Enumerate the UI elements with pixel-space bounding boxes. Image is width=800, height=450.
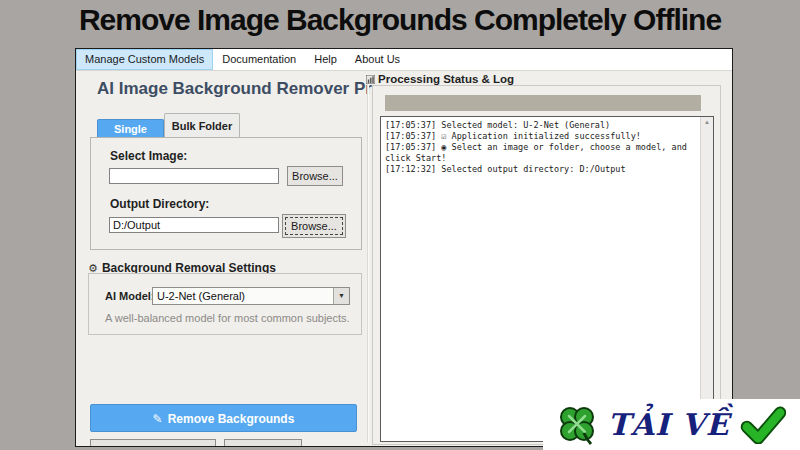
ai-model-selected-value: U-2-Net (General) bbox=[157, 290, 245, 302]
single-image-tab-panel: Select Image: Browse... Output Directory… bbox=[90, 137, 362, 250]
chevron-down-icon[interactable]: ▼ bbox=[333, 288, 349, 304]
log-output-box: [17:05:37] Selected model: U-2-Net (Gene… bbox=[380, 116, 714, 442]
clover-icon bbox=[557, 404, 597, 446]
app-heading: AI Image Background Remover Pro bbox=[97, 79, 382, 99]
menu-item-manage-custom-models[interactable]: Manage Custom Models bbox=[76, 49, 213, 70]
log-text: [17:05:37] Selected model: U-2-Net (Gene… bbox=[381, 117, 697, 441]
model-description: A well-balanced model for most common su… bbox=[105, 312, 350, 324]
remove-backgrounds-button[interactable]: ✎Remove Backgrounds bbox=[90, 404, 357, 432]
progress-bar bbox=[385, 95, 701, 111]
checkmark-icon bbox=[740, 406, 786, 444]
menu-item-about-us[interactable]: About Us bbox=[346, 49, 409, 70]
panel-divider bbox=[367, 77, 369, 442]
page-title: Remove Image Backgrounds Completely Offl… bbox=[0, 3, 800, 37]
remove-backgrounds-label: Remove Backgrounds bbox=[168, 412, 295, 426]
menu-item-documentation[interactable]: Documentation bbox=[213, 49, 305, 70]
chart-icon bbox=[366, 75, 375, 84]
download-banner: TẢI VỀ bbox=[543, 399, 800, 450]
ai-model-label: AI Model: bbox=[105, 290, 155, 302]
app-window: Manage Custom Models Documentation Help … bbox=[75, 48, 733, 447]
browse-image-button[interactable]: Browse... bbox=[287, 166, 343, 186]
browse-output-button[interactable]: Browse... bbox=[282, 214, 346, 238]
download-label[interactable]: TẢI VỀ bbox=[607, 407, 729, 442]
ai-model-dropdown[interactable]: U-2-Net (General) ▼ bbox=[152, 287, 350, 305]
settings-panel: AI Model: U-2-Net (General) ▼ A well-bal… bbox=[88, 273, 362, 335]
select-image-label: Select Image: bbox=[110, 149, 187, 163]
log-panel-title: Processing Status & Log bbox=[378, 73, 514, 85]
clear-log-button[interactable]: Clear Log bbox=[224, 439, 302, 447]
tab-bulk-folder[interactable]: Bulk Folder bbox=[164, 113, 240, 138]
image-path-input[interactable] bbox=[109, 168, 279, 184]
wand-icon: ✎ bbox=[153, 412, 163, 426]
output-directory-input[interactable] bbox=[109, 217, 279, 233]
scroll-up-icon[interactable]: ▲ bbox=[701, 119, 713, 125]
log-scrollbar[interactable]: ▲ bbox=[700, 117, 713, 441]
log-panel: [17:05:37] Selected model: U-2-Net (Gene… bbox=[372, 85, 721, 445]
menu-bar: Manage Custom Models Documentation Help … bbox=[76, 49, 732, 71]
output-directory-label: Output Directory: bbox=[110, 197, 209, 211]
open-output-folder-button[interactable]: Open Output Folder bbox=[90, 439, 216, 447]
tab-single-image[interactable]: Single Image bbox=[97, 119, 164, 138]
menu-item-help[interactable]: Help bbox=[305, 49, 346, 70]
